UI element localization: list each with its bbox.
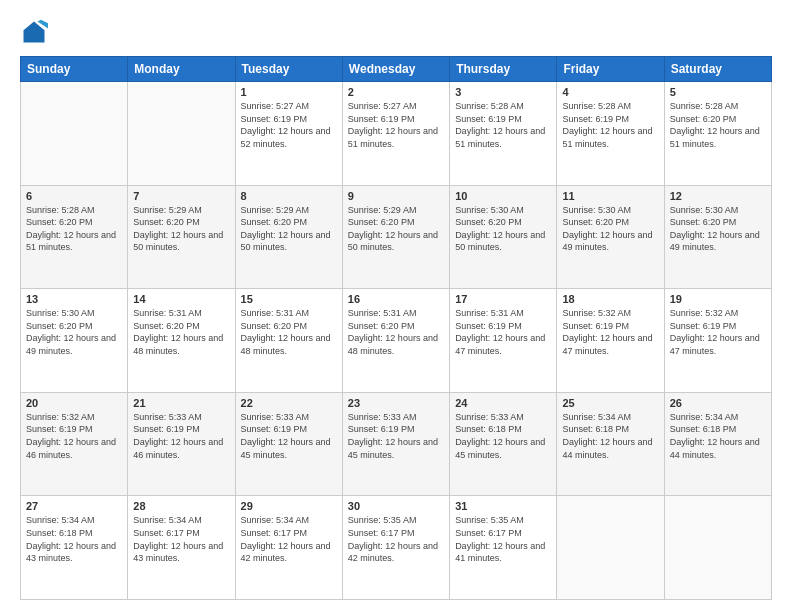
day-number: 28 <box>133 500 229 512</box>
page: SundayMondayTuesdayWednesdayThursdayFrid… <box>0 0 792 612</box>
day-number: 10 <box>455 190 551 202</box>
calendar-cell: 24Sunrise: 5:33 AM Sunset: 6:18 PM Dayli… <box>450 392 557 496</box>
day-info: Sunrise: 5:31 AM Sunset: 6:19 PM Dayligh… <box>455 307 551 357</box>
day-number: 8 <box>241 190 337 202</box>
calendar-cell: 8Sunrise: 5:29 AM Sunset: 6:20 PM Daylig… <box>235 185 342 289</box>
day-number: 4 <box>562 86 658 98</box>
day-info: Sunrise: 5:30 AM Sunset: 6:20 PM Dayligh… <box>26 307 122 357</box>
calendar-cell: 15Sunrise: 5:31 AM Sunset: 6:20 PM Dayli… <box>235 289 342 393</box>
day-header-thursday: Thursday <box>450 57 557 82</box>
day-info: Sunrise: 5:28 AM Sunset: 6:19 PM Dayligh… <box>562 100 658 150</box>
day-info: Sunrise: 5:28 AM Sunset: 6:20 PM Dayligh… <box>670 100 766 150</box>
day-number: 29 <box>241 500 337 512</box>
day-number: 11 <box>562 190 658 202</box>
day-number: 20 <box>26 397 122 409</box>
day-info: Sunrise: 5:31 AM Sunset: 6:20 PM Dayligh… <box>241 307 337 357</box>
calendar-cell: 29Sunrise: 5:34 AM Sunset: 6:17 PM Dayli… <box>235 496 342 600</box>
day-number: 24 <box>455 397 551 409</box>
calendar-cell: 31Sunrise: 5:35 AM Sunset: 6:17 PM Dayli… <box>450 496 557 600</box>
day-number: 25 <box>562 397 658 409</box>
day-number: 13 <box>26 293 122 305</box>
calendar-cell <box>557 496 664 600</box>
calendar-cell: 12Sunrise: 5:30 AM Sunset: 6:20 PM Dayli… <box>664 185 771 289</box>
calendar-cell: 7Sunrise: 5:29 AM Sunset: 6:20 PM Daylig… <box>128 185 235 289</box>
day-number: 27 <box>26 500 122 512</box>
day-number: 2 <box>348 86 444 98</box>
day-info: Sunrise: 5:34 AM Sunset: 6:17 PM Dayligh… <box>241 514 337 564</box>
day-info: Sunrise: 5:30 AM Sunset: 6:20 PM Dayligh… <box>670 204 766 254</box>
calendar-cell: 17Sunrise: 5:31 AM Sunset: 6:19 PM Dayli… <box>450 289 557 393</box>
day-number: 5 <box>670 86 766 98</box>
day-number: 18 <box>562 293 658 305</box>
day-header-sunday: Sunday <box>21 57 128 82</box>
calendar-cell: 19Sunrise: 5:32 AM Sunset: 6:19 PM Dayli… <box>664 289 771 393</box>
day-info: Sunrise: 5:33 AM Sunset: 6:18 PM Dayligh… <box>455 411 551 461</box>
day-number: 6 <box>26 190 122 202</box>
day-info: Sunrise: 5:27 AM Sunset: 6:19 PM Dayligh… <box>348 100 444 150</box>
calendar-cell: 10Sunrise: 5:30 AM Sunset: 6:20 PM Dayli… <box>450 185 557 289</box>
day-info: Sunrise: 5:32 AM Sunset: 6:19 PM Dayligh… <box>26 411 122 461</box>
day-info: Sunrise: 5:33 AM Sunset: 6:19 PM Dayligh… <box>241 411 337 461</box>
day-number: 16 <box>348 293 444 305</box>
calendar-cell: 18Sunrise: 5:32 AM Sunset: 6:19 PM Dayli… <box>557 289 664 393</box>
day-info: Sunrise: 5:29 AM Sunset: 6:20 PM Dayligh… <box>133 204 229 254</box>
day-number: 26 <box>670 397 766 409</box>
day-info: Sunrise: 5:31 AM Sunset: 6:20 PM Dayligh… <box>348 307 444 357</box>
day-info: Sunrise: 5:30 AM Sunset: 6:20 PM Dayligh… <box>455 204 551 254</box>
calendar-week-2: 6Sunrise: 5:28 AM Sunset: 6:20 PM Daylig… <box>21 185 772 289</box>
logo-icon <box>20 18 48 46</box>
day-number: 22 <box>241 397 337 409</box>
calendar-week-1: 1Sunrise: 5:27 AM Sunset: 6:19 PM Daylig… <box>21 82 772 186</box>
day-number: 15 <box>241 293 337 305</box>
calendar-cell: 14Sunrise: 5:31 AM Sunset: 6:20 PM Dayli… <box>128 289 235 393</box>
calendar-cell: 30Sunrise: 5:35 AM Sunset: 6:17 PM Dayli… <box>342 496 449 600</box>
calendar-cell: 2Sunrise: 5:27 AM Sunset: 6:19 PM Daylig… <box>342 82 449 186</box>
calendar-cell <box>128 82 235 186</box>
day-info: Sunrise: 5:32 AM Sunset: 6:19 PM Dayligh… <box>670 307 766 357</box>
day-info: Sunrise: 5:33 AM Sunset: 6:19 PM Dayligh… <box>133 411 229 461</box>
day-number: 14 <box>133 293 229 305</box>
day-info: Sunrise: 5:31 AM Sunset: 6:20 PM Dayligh… <box>133 307 229 357</box>
day-info: Sunrise: 5:27 AM Sunset: 6:19 PM Dayligh… <box>241 100 337 150</box>
calendar-cell <box>664 496 771 600</box>
day-number: 12 <box>670 190 766 202</box>
calendar-cell: 21Sunrise: 5:33 AM Sunset: 6:19 PM Dayli… <box>128 392 235 496</box>
calendar: SundayMondayTuesdayWednesdayThursdayFrid… <box>20 56 772 600</box>
day-header-friday: Friday <box>557 57 664 82</box>
day-info: Sunrise: 5:32 AM Sunset: 6:19 PM Dayligh… <box>562 307 658 357</box>
calendar-cell: 6Sunrise: 5:28 AM Sunset: 6:20 PM Daylig… <box>21 185 128 289</box>
calendar-cell <box>21 82 128 186</box>
calendar-header-row: SundayMondayTuesdayWednesdayThursdayFrid… <box>21 57 772 82</box>
day-number: 7 <box>133 190 229 202</box>
calendar-cell: 5Sunrise: 5:28 AM Sunset: 6:20 PM Daylig… <box>664 82 771 186</box>
logo <box>20 18 52 46</box>
day-info: Sunrise: 5:34 AM Sunset: 6:18 PM Dayligh… <box>26 514 122 564</box>
calendar-cell: 3Sunrise: 5:28 AM Sunset: 6:19 PM Daylig… <box>450 82 557 186</box>
day-info: Sunrise: 5:28 AM Sunset: 6:20 PM Dayligh… <box>26 204 122 254</box>
calendar-week-4: 20Sunrise: 5:32 AM Sunset: 6:19 PM Dayli… <box>21 392 772 496</box>
day-number: 17 <box>455 293 551 305</box>
day-info: Sunrise: 5:29 AM Sunset: 6:20 PM Dayligh… <box>241 204 337 254</box>
calendar-cell: 9Sunrise: 5:29 AM Sunset: 6:20 PM Daylig… <box>342 185 449 289</box>
day-info: Sunrise: 5:28 AM Sunset: 6:19 PM Dayligh… <box>455 100 551 150</box>
calendar-cell: 1Sunrise: 5:27 AM Sunset: 6:19 PM Daylig… <box>235 82 342 186</box>
day-header-wednesday: Wednesday <box>342 57 449 82</box>
day-header-monday: Monday <box>128 57 235 82</box>
calendar-cell: 27Sunrise: 5:34 AM Sunset: 6:18 PM Dayli… <box>21 496 128 600</box>
svg-marker-0 <box>24 22 45 43</box>
day-number: 31 <box>455 500 551 512</box>
calendar-cell: 4Sunrise: 5:28 AM Sunset: 6:19 PM Daylig… <box>557 82 664 186</box>
day-info: Sunrise: 5:35 AM Sunset: 6:17 PM Dayligh… <box>455 514 551 564</box>
calendar-cell: 16Sunrise: 5:31 AM Sunset: 6:20 PM Dayli… <box>342 289 449 393</box>
day-header-saturday: Saturday <box>664 57 771 82</box>
calendar-week-3: 13Sunrise: 5:30 AM Sunset: 6:20 PM Dayli… <box>21 289 772 393</box>
day-number: 30 <box>348 500 444 512</box>
day-number: 9 <box>348 190 444 202</box>
calendar-cell: 23Sunrise: 5:33 AM Sunset: 6:19 PM Dayli… <box>342 392 449 496</box>
day-info: Sunrise: 5:34 AM Sunset: 6:18 PM Dayligh… <box>562 411 658 461</box>
day-number: 23 <box>348 397 444 409</box>
calendar-cell: 26Sunrise: 5:34 AM Sunset: 6:18 PM Dayli… <box>664 392 771 496</box>
calendar-cell: 28Sunrise: 5:34 AM Sunset: 6:17 PM Dayli… <box>128 496 235 600</box>
day-number: 19 <box>670 293 766 305</box>
day-info: Sunrise: 5:29 AM Sunset: 6:20 PM Dayligh… <box>348 204 444 254</box>
